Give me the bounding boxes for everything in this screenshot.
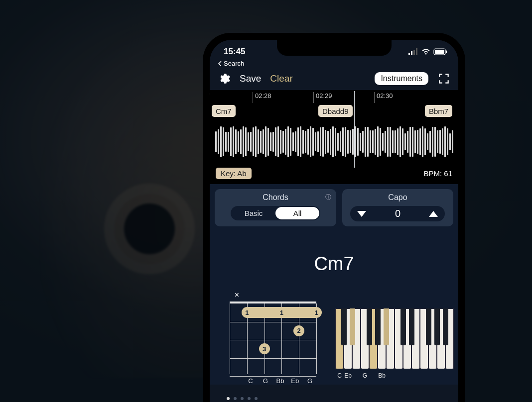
meta-row: Key: Ab BPM: 61	[210, 165, 458, 184]
svg-rect-5	[435, 50, 444, 54]
dot[interactable]	[248, 397, 251, 400]
instruments-button[interactable]: Instruments	[375, 72, 428, 85]
capo-increase[interactable]	[429, 211, 438, 217]
diagrams: × 11123 CGBbEbG CEbGBb	[210, 289, 458, 385]
piano-diagram[interactable]: CEbGBb	[335, 291, 454, 379]
capo-panel: Capo 0	[342, 189, 453, 226]
svg-rect-3	[416, 48, 417, 55]
status-icons	[408, 48, 447, 55]
wifi-icon	[421, 48, 430, 55]
dot[interactable]	[241, 397, 244, 400]
time-ruler: 02:2702:2802:2902:30	[210, 92, 458, 103]
seg-all[interactable]: All	[275, 207, 319, 219]
capo-title: Capo	[388, 193, 407, 202]
fret-grid: 11123	[230, 302, 316, 374]
guitar-note-labels: CGBbEbG	[230, 377, 318, 385]
time-tick: 02:29	[313, 92, 332, 103]
time-tick: 02:28	[253, 92, 271, 103]
phone-notch	[277, 40, 392, 56]
page-dots[interactable]	[227, 397, 258, 400]
guitar-diagram[interactable]: × 11123 CGBbEbG	[230, 291, 318, 385]
chord-chip[interactable]: Cm7	[212, 105, 236, 117]
chords-segmented[interactable]: Basic All	[231, 206, 320, 220]
capo-value: 0	[395, 208, 400, 219]
status-time: 15:45	[224, 47, 245, 57]
chevron-left-icon	[218, 61, 223, 67]
dot[interactable]	[227, 397, 230, 400]
controls-row: ⓘ Chords Basic All Capo 0	[210, 184, 458, 231]
time-tick: 02:27	[210, 92, 211, 103]
svg-rect-0	[408, 53, 410, 55]
playhead[interactable]	[354, 91, 355, 168]
phone-frame: 15:45 Search Save Clear Instruments 02:2…	[203, 33, 465, 402]
waveform[interactable]	[210, 119, 458, 165]
chord-chip[interactable]: Bbm7	[425, 105, 452, 117]
chords-panel: ⓘ Chords Basic All	[215, 189, 336, 226]
gear-icon[interactable]	[218, 72, 231, 85]
time-tick: 02:30	[374, 92, 393, 103]
chord-chip[interactable]: Dbadd9	[318, 105, 353, 117]
capo-decrease[interactable]	[357, 211, 366, 217]
dot[interactable]	[234, 397, 237, 400]
bpm-label: BPM: 61	[423, 169, 452, 178]
signal-icon	[408, 48, 418, 55]
battery-icon	[433, 48, 447, 55]
fret-header: ×	[230, 291, 318, 300]
piano-note-labels: CEbGBb	[335, 372, 454, 379]
svg-rect-6	[446, 51, 447, 53]
current-chord-label: Cm7	[210, 231, 458, 289]
chords-title: Chords	[263, 193, 288, 202]
muted-string-marker: ×	[230, 291, 244, 300]
expand-icon[interactable]	[437, 72, 450, 85]
back-label: Search	[224, 60, 244, 67]
phone-screen: 15:45 Search Save Clear Instruments 02:2…	[210, 40, 458, 402]
info-icon[interactable]: ⓘ	[325, 193, 331, 201]
svg-rect-1	[411, 51, 412, 55]
toolbar: Save Clear Instruments	[210, 69, 458, 90]
key-chip[interactable]: Key: Ab	[216, 168, 252, 179]
save-button[interactable]: Save	[240, 73, 261, 84]
clear-button[interactable]: Clear	[270, 73, 292, 84]
back-nav[interactable]: Search	[210, 60, 458, 69]
chord-track: Cm7Dbadd9Bbm7	[210, 104, 458, 119]
dot[interactable]	[255, 397, 258, 400]
seg-basic[interactable]: Basic	[232, 207, 275, 219]
timeline[interactable]: 02:2702:2802:2902:30 Cm7Dbadd9Bbm7 Key: …	[210, 90, 458, 184]
capo-stepper: 0	[350, 206, 445, 221]
svg-rect-2	[413, 50, 415, 55]
piano-keys	[335, 308, 454, 369]
